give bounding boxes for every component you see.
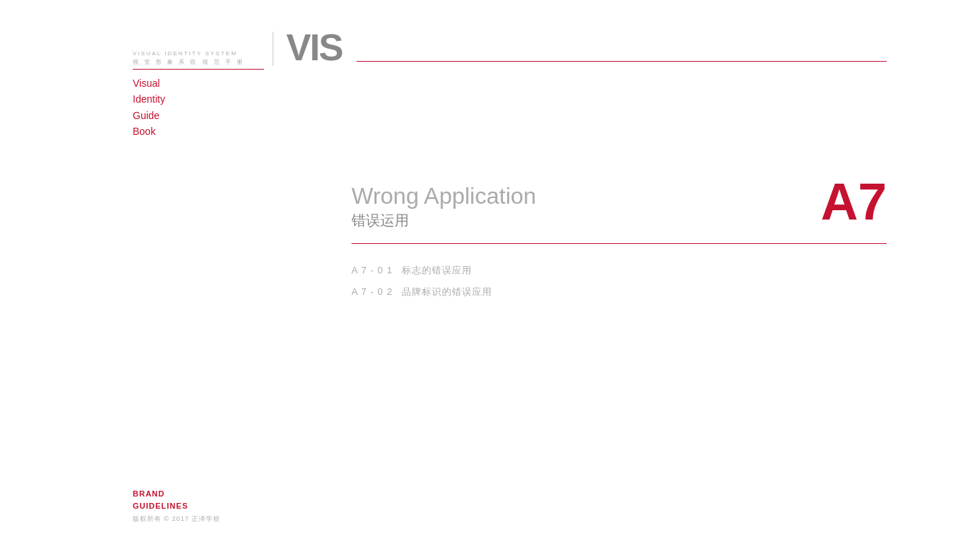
footer-brand: BRAND GUIDELINES [133,488,220,512]
vis-title-en: VISUAL IDENTITY SYSTEM [133,50,273,58]
vis-logo: VIS [286,29,342,66]
section-divider [352,243,887,244]
page: VISUAL IDENTITY SYSTEM 视 觉 形 象 系 统 规 范 手… [0,0,980,551]
toc-label-1: 标志的错误应用 [402,264,472,277]
nav-item-book[interactable]: Book [133,123,276,139]
header-left: VISUAL IDENTITY SYSTEM 视 觉 形 象 系 统 规 范 手… [133,50,273,66]
header: VISUAL IDENTITY SYSTEM 视 觉 形 象 系 统 规 范 手… [133,29,887,66]
toc-item-2: A 7 - 0 2 品牌标识的错误应用 [352,286,887,298]
main-content: A7 Wrong Application 错误运用 A 7 - 0 1 标志的错… [352,183,887,307]
section-title-cn: 错误运用 [352,211,887,230]
header-vertical-divider [273,32,273,66]
section-header: A7 Wrong Application 错误运用 [352,183,887,236]
header-horizontal-line [357,61,887,62]
toc-code-1: A 7 - 0 1 [352,265,402,276]
header-underline [133,69,264,70]
nav-item-identity[interactable]: Identity [133,91,276,107]
footer-brand-line2: GUIDELINES [133,500,220,512]
toc-label-2: 品牌标识的错误应用 [402,286,492,298]
nav-item-guide[interactable]: Guide [133,108,276,123]
vis-title-cn: 视 觉 形 象 系 统 规 范 手 册 [133,58,273,66]
toc-code-2: A 7 - 0 2 [352,286,402,297]
nav-item-visual[interactable]: Visual [133,75,276,91]
toc-item-1: A 7 - 0 1 标志的错误应用 [352,264,887,277]
section-number: A7 [821,183,887,227]
footer: BRAND GUIDELINES 版权所有 © 2017 正泽学校 [133,488,220,524]
footer-brand-line1: BRAND [133,488,220,500]
footer-copyright: 版权所有 © 2017 正泽学校 [133,514,220,524]
section-title-en: Wrong Application [352,183,536,209]
left-nav: Visual Identity Guide Book [133,75,276,140]
